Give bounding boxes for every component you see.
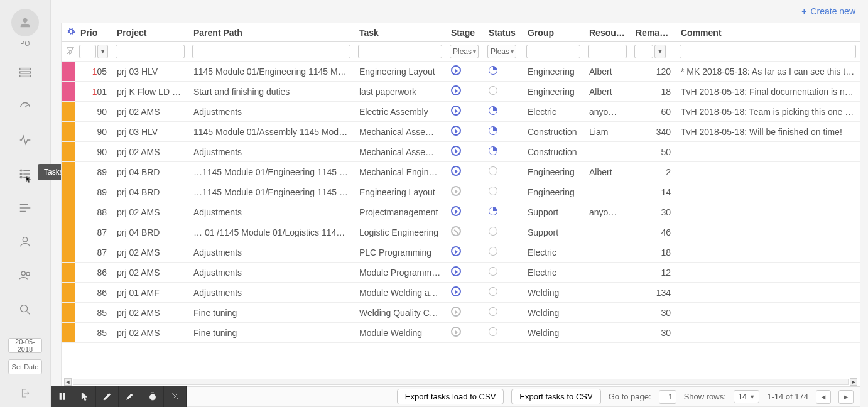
gear-header[interactable]: [62, 23, 75, 42]
pointer-icon[interactable]: [73, 386, 96, 407]
table-row[interactable]: 88prj 02 AMSAdjustmentsProjectmanagement…: [62, 202, 860, 222]
export-load-button[interactable]: Export tasks load to CSV: [397, 389, 504, 404]
col-remaining[interactable]: Remainin…: [631, 23, 676, 42]
filter-comment[interactable]: [680, 45, 856, 58]
cell-status[interactable]: [484, 202, 523, 222]
filter-parent[interactable]: [192, 45, 350, 58]
timer-icon[interactable]: [141, 386, 164, 407]
nav-user-icon[interactable]: [0, 234, 50, 249]
cell-stage[interactable]: [446, 122, 484, 142]
clear-filter-icon[interactable]: [62, 42, 75, 62]
table-row[interactable]: 85prj 02 AMSFine tuningModule WeldingWel…: [62, 323, 860, 343]
col-project[interactable]: Project: [112, 23, 188, 42]
cell-status[interactable]: [484, 62, 523, 82]
svg-point-4: [20, 173, 22, 175]
cell-status[interactable]: [484, 122, 523, 142]
export-tasks-button[interactable]: Export tasks to CSV: [511, 389, 600, 404]
prev-page-button[interactable]: ◄: [816, 390, 831, 404]
pause-icon[interactable]: [51, 386, 73, 407]
table-row[interactable]: 87prj 04 BRD… 01 /1145 Module 01/Logisti…: [62, 222, 860, 242]
cell-resource: [584, 263, 631, 283]
cell-stage[interactable]: [446, 242, 484, 263]
goto-page-input[interactable]: [659, 390, 676, 404]
cell-status[interactable]: [484, 82, 523, 102]
col-resource[interactable]: Resource: [584, 23, 631, 42]
nav-tasks-icon[interactable]: Tasks List: [0, 166, 50, 182]
table-row[interactable]: 101prj K Flow LD ConstStart and finishin…: [62, 82, 860, 102]
table-row[interactable]: 90prj 03 HLV1145 Module 01/Assembly 1145…: [62, 122, 860, 142]
cell-stage[interactable]: [446, 142, 484, 162]
cell-stage[interactable]: [446, 62, 484, 82]
status-partial-icon: [489, 207, 497, 215]
svg-point-3: [20, 170, 22, 171]
pencil-icon[interactable]: [96, 386, 119, 407]
date-field[interactable]: 20-05-2018: [8, 338, 42, 353]
cell-stage[interactable]: [446, 102, 484, 122]
nav-users-icon[interactable]: [0, 268, 50, 283]
set-date-button[interactable]: Set Date: [8, 359, 42, 374]
cell-status[interactable]: [484, 222, 523, 242]
nav-search-user-icon[interactable]: [0, 302, 50, 317]
cell-stage[interactable]: [446, 283, 484, 303]
nav-activity-icon[interactable]: [0, 133, 50, 148]
cell-status[interactable]: [484, 303, 523, 323]
filter-task[interactable]: [358, 45, 442, 58]
table-row[interactable]: 86prj 02 AMSAdjustmentsModule Programmin…: [62, 263, 860, 283]
filter-group[interactable]: [526, 45, 580, 58]
col-status[interactable]: Status: [484, 23, 523, 42]
logout-icon[interactable]: [5, 386, 45, 401]
table-row[interactable]: 86prj 01 AMFAdjustmentsModule Welding ad…: [62, 283, 860, 303]
cell-stage[interactable]: [446, 303, 484, 323]
col-group[interactable]: Group: [523, 23, 584, 42]
nav-stack-icon[interactable]: [0, 200, 50, 215]
table-row[interactable]: 105prj 03 HLV1145 Module 01/Engineering …: [62, 62, 860, 82]
table-row[interactable]: 87prj 02 AMSAdjustmentsPLC ProgrammingEl…: [62, 242, 860, 263]
cell-status[interactable]: [484, 242, 523, 263]
marker-icon[interactable]: [119, 386, 141, 407]
cell-status[interactable]: [484, 263, 523, 283]
horizontal-scrollbar[interactable]: ◄ ►: [62, 377, 860, 386]
col-parent[interactable]: Parent Path: [188, 23, 354, 42]
cell-group: Support: [523, 222, 584, 242]
nav-gauge-icon[interactable]: [0, 99, 50, 114]
col-comment[interactable]: Comment: [676, 23, 860, 42]
cell-prio: 89: [75, 162, 112, 182]
cell-status[interactable]: [484, 162, 523, 182]
create-new-button[interactable]: + Create new: [801, 6, 855, 16]
cell-status[interactable]: [484, 142, 523, 162]
cell-stage[interactable]: [446, 323, 484, 343]
col-stage[interactable]: Stage: [446, 23, 484, 42]
table-row[interactable]: 89prj 04 BRD…1145 Module 01/Engineering …: [62, 162, 860, 182]
next-page-button[interactable]: ►: [838, 390, 854, 404]
table-row[interactable]: 90prj 02 AMSAdjustmentsElectric Assembly…: [62, 102, 860, 122]
cell-stage[interactable]: [446, 162, 484, 182]
col-prio[interactable]: Prio: [75, 23, 112, 42]
cell-stage[interactable]: [446, 82, 484, 102]
filter-status[interactable]: Pleas▼: [487, 45, 516, 58]
filter-stage[interactable]: Pleas▼: [450, 45, 479, 58]
cell-status[interactable]: [484, 102, 523, 122]
cell-stage[interactable]: [446, 202, 484, 222]
cell-stage[interactable]: [446, 222, 484, 242]
avatar[interactable]: [11, 9, 39, 36]
col-task[interactable]: Task: [354, 23, 446, 42]
cell-status[interactable]: [484, 283, 523, 303]
rows-select[interactable]: 14▼: [734, 390, 759, 403]
filter-project[interactable]: [116, 45, 185, 58]
scroll-left-icon[interactable]: ◄: [64, 378, 72, 386]
scroll-right-icon[interactable]: ►: [850, 378, 857, 386]
filter-prio[interactable]: ▼: [79, 45, 108, 58]
cell-status[interactable]: [484, 323, 523, 343]
cell-stage[interactable]: [446, 263, 484, 283]
cell-status[interactable]: [484, 182, 523, 202]
table-row[interactable]: 90prj 02 AMSAdjustmentsMechanical Assemb…: [62, 142, 860, 162]
cell-comment: [676, 162, 860, 182]
priority-bar: [62, 82, 75, 102]
table-row[interactable]: 89prj 04 BRD…1145 Module 01/Engineering …: [62, 182, 860, 202]
filter-resource[interactable]: [588, 45, 627, 58]
cell-stage[interactable]: [446, 182, 484, 202]
close-icon[interactable]: [164, 386, 187, 407]
table-row[interactable]: 85prj 02 AMSFine tuningWelding Quality C…: [62, 303, 860, 323]
filter-remaining[interactable]: ▼: [634, 45, 672, 58]
nav-list-icon[interactable]: [0, 65, 50, 80]
